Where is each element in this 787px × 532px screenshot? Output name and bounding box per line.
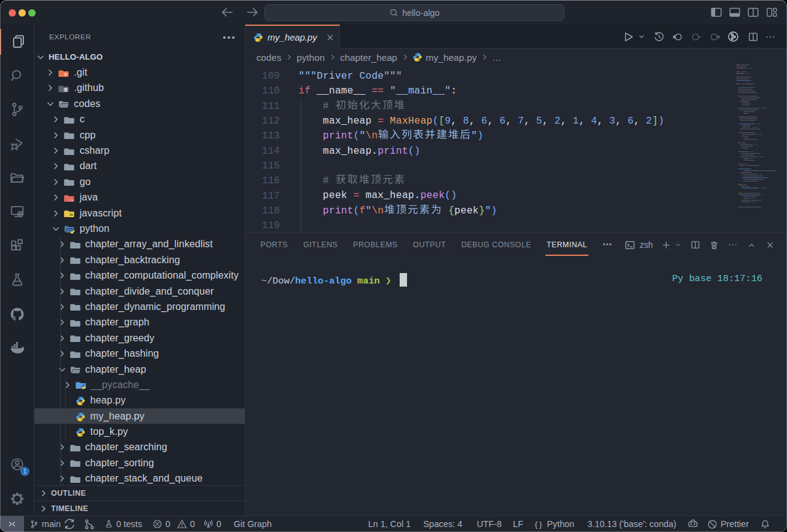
- svg-text:JS: JS: [69, 214, 74, 217]
